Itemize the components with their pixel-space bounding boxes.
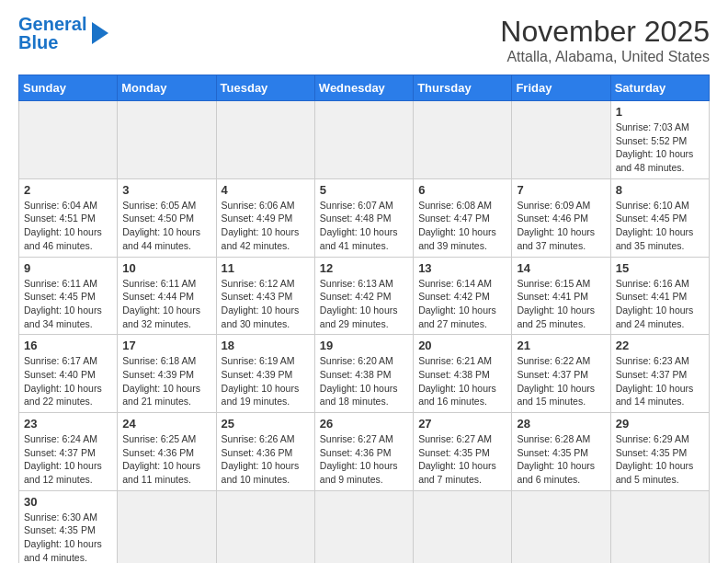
weekday-header-row: SundayMondayTuesdayWednesdayThursdayFrid… [19, 75, 710, 101]
calendar-cell [216, 490, 314, 563]
day-number: 24 [122, 417, 210, 431]
calendar-cell: 25Sunrise: 6:26 AM Sunset: 4:36 PM Dayli… [216, 413, 314, 491]
calendar-cell: 20Sunrise: 6:21 AM Sunset: 4:38 PM Dayli… [414, 335, 512, 413]
day-number: 25 [222, 417, 310, 431]
calendar-week-2: 2Sunrise: 6:04 AM Sunset: 4:51 PM Daylig… [19, 178, 710, 257]
weekday-header-thursday: Thursday [414, 75, 512, 101]
day-number: 26 [320, 417, 408, 431]
calendar-week-5: 23Sunrise: 6:24 AM Sunset: 4:37 PM Dayli… [19, 413, 710, 491]
calendar-cell: 2Sunrise: 6:04 AM Sunset: 4:51 PM Daylig… [19, 178, 118, 257]
calendar-cell: 24Sunrise: 6:25 AM Sunset: 4:36 PM Dayli… [118, 413, 216, 491]
calendar-cell [414, 490, 512, 563]
calendar-cell: 23Sunrise: 6:24 AM Sunset: 4:37 PM Dayli… [19, 413, 118, 491]
day-info: Sunrise: 6:19 AM Sunset: 4:39 PM Dayligh… [222, 354, 310, 408]
day-number: 30 [24, 495, 112, 509]
calendar-cell [118, 101, 216, 179]
day-info: Sunrise: 6:30 AM Sunset: 4:35 PM Dayligh… [24, 511, 112, 563]
calendar-cell [314, 490, 413, 563]
day-info: Sunrise: 6:17 AM Sunset: 4:40 PM Dayligh… [24, 354, 112, 408]
weekday-header-friday: Friday [512, 75, 610, 101]
calendar-cell: 17Sunrise: 6:18 AM Sunset: 4:39 PM Dayli… [118, 335, 216, 413]
day-number: 28 [517, 417, 605, 431]
calendar-week-3: 9Sunrise: 6:11 AM Sunset: 4:45 PM Daylig… [19, 257, 710, 335]
calendar-cell: 3Sunrise: 6:05 AM Sunset: 4:50 PM Daylig… [118, 178, 216, 257]
day-info: Sunrise: 6:12 AM Sunset: 4:43 PM Dayligh… [222, 277, 310, 331]
calendar-week-4: 16Sunrise: 6:17 AM Sunset: 4:40 PM Dayli… [19, 335, 710, 413]
calendar-cell: 7Sunrise: 6:09 AM Sunset: 4:46 PM Daylig… [512, 178, 610, 257]
day-number: 1 [616, 105, 704, 119]
day-number: 8 [616, 183, 704, 197]
calendar-cell: 1Sunrise: 7:03 AM Sunset: 5:52 PM Daylig… [610, 101, 709, 179]
weekday-header-tuesday: Tuesday [216, 75, 314, 101]
day-info: Sunrise: 6:08 AM Sunset: 4:47 PM Dayligh… [418, 199, 506, 253]
month-title: November 2025 [500, 15, 710, 49]
day-number: 15 [616, 261, 704, 275]
day-info: Sunrise: 6:21 AM Sunset: 4:38 PM Dayligh… [418, 354, 506, 408]
day-info: Sunrise: 6:29 AM Sunset: 4:35 PM Dayligh… [616, 432, 704, 487]
calendar-cell [414, 101, 512, 179]
calendar-cell: 14Sunrise: 6:15 AM Sunset: 4:41 PM Dayli… [512, 257, 610, 335]
logo-blue-text: Blue [18, 32, 58, 52]
calendar-cell: 26Sunrise: 6:27 AM Sunset: 4:36 PM Dayli… [314, 413, 413, 491]
calendar-cell: 21Sunrise: 6:22 AM Sunset: 4:37 PM Dayli… [512, 335, 610, 413]
calendar-cell: 30Sunrise: 6:30 AM Sunset: 4:35 PM Dayli… [19, 490, 118, 563]
weekday-header-saturday: Saturday [610, 75, 709, 101]
weekday-header-wednesday: Wednesday [314, 75, 413, 101]
calendar-cell [118, 490, 216, 563]
day-info: Sunrise: 6:26 AM Sunset: 4:36 PM Dayligh… [222, 432, 310, 487]
day-number: 6 [418, 183, 506, 197]
day-info: Sunrise: 6:13 AM Sunset: 4:42 PM Dayligh… [320, 277, 408, 331]
calendar-cell: 18Sunrise: 6:19 AM Sunset: 4:39 PM Dayli… [216, 335, 314, 413]
logo: General Blue [18, 15, 108, 52]
day-info: Sunrise: 6:11 AM Sunset: 4:44 PM Dayligh… [122, 277, 210, 331]
calendar-cell [512, 490, 610, 563]
day-number: 13 [418, 261, 506, 275]
calendar-cell: 19Sunrise: 6:20 AM Sunset: 4:38 PM Dayli… [314, 335, 413, 413]
calendar-cell [314, 101, 413, 179]
calendar-cell: 16Sunrise: 6:17 AM Sunset: 4:40 PM Dayli… [19, 335, 118, 413]
day-info: Sunrise: 6:09 AM Sunset: 4:46 PM Dayligh… [517, 199, 605, 253]
day-number: 22 [616, 339, 704, 352]
calendar-cell: 10Sunrise: 6:11 AM Sunset: 4:44 PM Dayli… [118, 257, 216, 335]
day-info: Sunrise: 6:14 AM Sunset: 4:42 PM Dayligh… [418, 277, 506, 331]
day-number: 23 [24, 417, 112, 431]
calendar-cell [512, 101, 610, 179]
day-info: Sunrise: 6:05 AM Sunset: 4:50 PM Dayligh… [122, 199, 210, 253]
day-number: 21 [517, 339, 605, 352]
day-info: Sunrise: 6:28 AM Sunset: 4:35 PM Dayligh… [517, 432, 605, 487]
calendar-table: SundayMondayTuesdayWednesdayThursdayFrid… [18, 75, 710, 563]
day-number: 27 [418, 417, 506, 431]
calendar-cell: 11Sunrise: 6:12 AM Sunset: 4:43 PM Dayli… [216, 257, 314, 335]
day-number: 10 [122, 261, 210, 275]
calendar-cell: 9Sunrise: 6:11 AM Sunset: 4:45 PM Daylig… [19, 257, 118, 335]
calendar-cell: 6Sunrise: 6:08 AM Sunset: 4:47 PM Daylig… [414, 178, 512, 257]
day-info: Sunrise: 6:24 AM Sunset: 4:37 PM Dayligh… [24, 432, 112, 487]
day-info: Sunrise: 6:27 AM Sunset: 4:36 PM Dayligh… [320, 432, 408, 487]
calendar-cell: 27Sunrise: 6:27 AM Sunset: 4:35 PM Dayli… [414, 413, 512, 491]
day-info: Sunrise: 6:15 AM Sunset: 4:41 PM Dayligh… [517, 277, 605, 331]
calendar-cell: 5Sunrise: 6:07 AM Sunset: 4:48 PM Daylig… [314, 178, 413, 257]
day-info: Sunrise: 6:20 AM Sunset: 4:38 PM Dayligh… [320, 354, 408, 408]
logo-text: General [18, 14, 86, 34]
calendar-cell: 8Sunrise: 6:10 AM Sunset: 4:45 PM Daylig… [610, 178, 709, 257]
day-info: Sunrise: 6:10 AM Sunset: 4:45 PM Dayligh… [616, 199, 704, 253]
location-subtitle: Attalla, Alabama, United States [500, 49, 710, 65]
calendar-cell: 4Sunrise: 6:06 AM Sunset: 4:49 PM Daylig… [216, 178, 314, 257]
weekday-header-monday: Monday [118, 75, 216, 101]
calendar-cell: 28Sunrise: 6:28 AM Sunset: 4:35 PM Dayli… [512, 413, 610, 491]
calendar-cell: 12Sunrise: 6:13 AM Sunset: 4:42 PM Dayli… [314, 257, 413, 335]
day-info: Sunrise: 6:07 AM Sunset: 4:48 PM Dayligh… [320, 199, 408, 253]
day-number: 2 [24, 183, 112, 197]
day-number: 14 [517, 261, 605, 275]
day-info: Sunrise: 6:11 AM Sunset: 4:45 PM Dayligh… [24, 277, 112, 331]
day-info: Sunrise: 6:27 AM Sunset: 4:35 PM Dayligh… [418, 432, 506, 487]
day-number: 12 [320, 261, 408, 275]
logo-triangle-icon [92, 22, 108, 44]
calendar-cell [610, 490, 709, 563]
header: General Blue November 2025 Attalla, Alab… [18, 15, 710, 65]
day-info: Sunrise: 6:16 AM Sunset: 4:41 PM Dayligh… [616, 277, 704, 331]
calendar-cell [216, 101, 314, 179]
title-block: November 2025 Attalla, Alabama, United S… [500, 15, 710, 65]
day-number: 18 [222, 339, 310, 352]
day-number: 17 [122, 339, 210, 352]
